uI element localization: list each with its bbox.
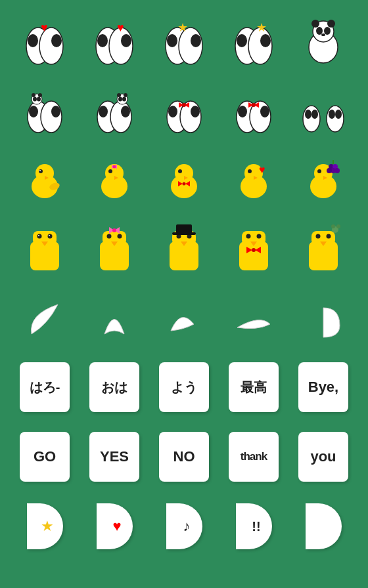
cell-r4c4[interactable] xyxy=(221,215,287,281)
svg-point-74 xyxy=(108,169,112,173)
emoji-grid: ♥ ♥ ★ ★ xyxy=(12,7,356,559)
cell-r6c5[interactable]: Bye, xyxy=(290,354,356,420)
cell-r3c1[interactable] xyxy=(12,146,78,211)
svg-point-41 xyxy=(117,93,121,97)
text-card-bye[interactable]: Bye, xyxy=(298,362,348,412)
svg-point-47 xyxy=(168,106,177,117)
cell-r4c1[interactable] xyxy=(12,215,78,281)
cell-r8c5[interactable] xyxy=(290,494,356,559)
text-card-oha[interactable]: おは xyxy=(89,362,139,412)
svg-point-69 xyxy=(39,170,41,171)
svg-point-93 xyxy=(317,169,321,173)
text-card-go[interactable]: GO xyxy=(20,432,70,482)
svg-point-54 xyxy=(238,106,247,117)
cell-r4c5[interactable] xyxy=(290,215,356,281)
text-card-saikou[interactable]: 最高 xyxy=(229,362,279,412)
text-card-thank[interactable]: thank xyxy=(229,432,279,482)
svg-text:★: ★ xyxy=(256,21,267,34)
svg-point-105 xyxy=(48,234,53,239)
cell-r3c3[interactable] xyxy=(151,146,217,211)
cell-r5c4[interactable] xyxy=(221,285,287,350)
text-card-no[interactable]: NO xyxy=(159,432,209,482)
svg-point-129 xyxy=(252,248,256,252)
svg-point-68 xyxy=(39,169,43,173)
cell-r7c2[interactable]: YES xyxy=(81,424,147,490)
svg-point-42 xyxy=(124,93,127,97)
cell-r3c2[interactable] xyxy=(81,146,147,211)
cell-r2c1[interactable] xyxy=(12,76,78,142)
svg-point-25 xyxy=(324,27,331,35)
cell-r6c1[interactable]: はろ- xyxy=(12,354,78,420)
cell-r7c5[interactable]: you xyxy=(290,424,356,490)
cell-r8c4[interactable]: !! xyxy=(221,494,287,559)
text-card-you[interactable]: よう xyxy=(159,362,209,412)
svg-point-125 xyxy=(246,234,251,239)
cell-r6c4[interactable]: 最高 xyxy=(221,354,287,420)
cell-r1c3[interactable]: ★ xyxy=(151,7,217,72)
cell-r1c4[interactable]: ★ xyxy=(221,7,287,72)
cell-r2c4[interactable] xyxy=(221,76,287,142)
svg-point-24 xyxy=(316,27,323,35)
text-card-haro[interactable]: はろ- xyxy=(20,362,70,412)
cell-r4c3[interactable] xyxy=(151,215,217,281)
cell-r8c3[interactable]: ♪ xyxy=(151,494,217,559)
svg-text:♥: ♥ xyxy=(117,21,124,34)
svg-point-3 xyxy=(51,34,62,47)
svg-point-134 xyxy=(327,234,331,239)
svg-rect-121 xyxy=(172,232,196,235)
svg-rect-120 xyxy=(176,224,192,234)
d-exclaim[interactable]: !! xyxy=(236,503,272,549)
cell-r6c2[interactable]: おは xyxy=(81,354,147,420)
cell-r5c5[interactable] xyxy=(290,285,356,350)
svg-point-38 xyxy=(99,106,108,117)
svg-point-77 xyxy=(113,165,116,169)
svg-point-2 xyxy=(28,34,38,47)
svg-point-98 xyxy=(334,168,340,173)
cell-r7c3[interactable]: NO xyxy=(151,424,217,490)
text-card-yes[interactable]: YES xyxy=(89,432,139,482)
cell-r2c5[interactable] xyxy=(290,76,356,142)
svg-point-58 xyxy=(252,103,256,107)
cell-r1c1[interactable]: ♥ xyxy=(12,7,78,72)
svg-point-8 xyxy=(121,34,131,47)
svg-point-28 xyxy=(41,101,62,133)
cell-r6c3[interactable]: よう xyxy=(151,354,217,420)
cell-r7c1[interactable]: GO xyxy=(12,424,78,490)
svg-point-106 xyxy=(49,235,50,236)
svg-point-62 xyxy=(311,110,318,119)
d-star[interactable]: ★ xyxy=(27,503,63,549)
svg-point-111 xyxy=(118,234,122,239)
svg-point-35 xyxy=(37,97,41,102)
d-plain[interactable] xyxy=(306,503,342,549)
svg-point-44 xyxy=(122,97,126,102)
cell-r4c2[interactable] xyxy=(81,215,147,281)
svg-point-60 xyxy=(327,106,344,132)
cell-r8c2[interactable]: ♥ xyxy=(81,494,147,559)
cell-r3c5[interactable] xyxy=(290,146,356,211)
svg-point-26 xyxy=(321,33,325,36)
cell-r2c3[interactable] xyxy=(151,76,217,142)
svg-point-81 xyxy=(178,169,182,173)
svg-point-104 xyxy=(38,235,39,236)
svg-point-126 xyxy=(257,234,262,239)
cell-r1c2[interactable]: ♥ xyxy=(81,7,147,72)
cell-r5c2[interactable] xyxy=(81,285,147,350)
cell-r2c2[interactable] xyxy=(81,76,147,142)
svg-point-55 xyxy=(260,106,269,117)
svg-point-12 xyxy=(167,34,177,47)
cell-r5c1[interactable] xyxy=(12,285,78,350)
cell-r8c1[interactable]: ★ xyxy=(12,494,78,559)
svg-text:♥: ♥ xyxy=(41,21,48,34)
cell-r3c4[interactable]: ♥ xyxy=(221,146,287,211)
d-note[interactable]: ♪ xyxy=(166,503,202,549)
cell-r1c5[interactable] xyxy=(290,7,356,72)
svg-point-29 xyxy=(29,106,38,117)
text-card-you-en[interactable]: you xyxy=(298,432,348,482)
cell-r7c4[interactable]: thank xyxy=(221,424,287,490)
svg-point-37 xyxy=(110,101,131,133)
svg-text:♥: ♥ xyxy=(259,164,265,175)
d-heart[interactable]: ♥ xyxy=(97,503,133,549)
svg-point-137 xyxy=(336,224,340,228)
cell-r5c3[interactable] xyxy=(151,285,217,350)
svg-point-59 xyxy=(303,106,320,132)
